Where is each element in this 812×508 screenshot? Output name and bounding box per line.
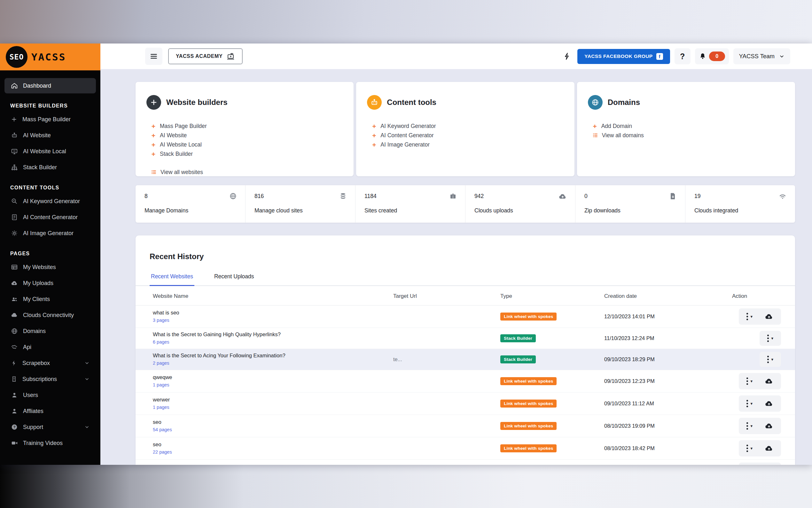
notifications-button[interactable]: 0	[695, 48, 729, 64]
upload-to-cloud-button[interactable]	[763, 312, 775, 321]
stat-manage-domains[interactable]: 8 Manage Domains	[136, 185, 245, 223]
stat-zip-downloads[interactable]: 0 Zip downloads	[575, 185, 685, 223]
sidebar-item-ai-website[interactable]: AI Website	[4, 127, 96, 143]
sidebar-item-support[interactable]: ? Support	[4, 419, 96, 435]
link-ai-website-local[interactable]: +AI Website Local	[151, 140, 343, 150]
plus-icon: +	[592, 123, 598, 130]
yacss-facebook-group-button[interactable]: YACSS FACEBOOK GROUP f	[577, 49, 670, 64]
row-menu-button[interactable]: ▾	[745, 312, 755, 321]
wifi-icon	[778, 192, 787, 201]
sidebar-item-dashboard[interactable]: Dashboard	[4, 78, 96, 93]
link-ai-keyword-generator[interactable]: +AI Keyword Generator	[372, 122, 563, 131]
sidebar-item-ai-content-generator[interactable]: AI Content Generator	[4, 209, 96, 225]
laptop-play-icon	[226, 52, 235, 61]
upload-to-cloud-button[interactable]	[763, 421, 775, 431]
view-all-domains-link[interactable]: View all domains	[592, 131, 784, 140]
card-links: +Mass Page Builder +AI Website +AI Websi…	[151, 122, 343, 159]
sidebar-item-training-videos[interactable]: Training Videos	[4, 435, 96, 451]
col-target-url: Target Url	[393, 293, 500, 305]
link-mass-page-builder[interactable]: +Mass Page Builder	[151, 122, 343, 131]
col-action: Action	[732, 293, 795, 305]
creation-date: 08/10/2023 19:09 PM	[604, 423, 655, 429]
sidebar-item-affliates[interactable]: Affliates	[4, 403, 96, 419]
sidebar-item-mass-page-builder[interactable]: Mass Page Builder	[4, 111, 96, 127]
sidebar-item-domains[interactable]: Domains	[4, 323, 96, 339]
pages-link[interactable]: 6 pages	[153, 339, 170, 344]
backdrop-bottom	[0, 465, 812, 508]
row-menu-button[interactable]: ▾	[745, 444, 755, 452]
sidebar-item-users[interactable]: Users	[4, 387, 96, 403]
cloud-upload-icon	[559, 192, 567, 201]
chevron-down-icon	[84, 377, 90, 382]
row-menu-button[interactable]: ▾	[745, 399, 755, 408]
caret-down-icon: ▾	[771, 357, 773, 362]
pages-link[interactable]: 2 pages	[153, 361, 170, 366]
domains-card: Domains +Add Domain View all domains	[577, 82, 795, 176]
sidebar-item-label: My Websites	[23, 264, 56, 271]
stat-value: 19	[695, 193, 786, 200]
pages-link[interactable]: 1 pages	[153, 382, 170, 387]
col-creation-date: Creation date	[604, 293, 732, 305]
row-menu-button[interactable]: ▾	[745, 422, 755, 430]
link-ai-website[interactable]: +AI Website	[151, 131, 343, 140]
sidebar-item-ai-image-generator[interactable]: AI Image Generator	[4, 225, 96, 241]
lightning-bolt-icon	[563, 52, 571, 60]
yacss-academy-button[interactable]: YACSS ACADEMY	[168, 48, 243, 64]
kebab-icon	[747, 422, 748, 430]
pages-link[interactable]: 1 pages	[153, 405, 170, 410]
recent-history-card: Recent History Recent Websites Recent Up…	[136, 236, 795, 465]
stat-sites-created[interactable]: 1184 Sites created	[355, 185, 466, 223]
stat-manage-cloud-sites[interactable]: 816 Manage cloud sites	[245, 185, 355, 223]
sidebar-section-content-tools: CONTENT TOOLS	[10, 185, 90, 190]
help-button[interactable]: ?	[674, 48, 690, 64]
upload-to-cloud-button[interactable]	[763, 399, 775, 408]
tab-recent-websites[interactable]: Recent Websites	[150, 271, 194, 286]
upload-to-cloud-button[interactable]	[763, 444, 775, 453]
sidebar-item-subscriptions[interactable]: Subscriptions	[4, 371, 96, 387]
link-label: AI Content Generator	[380, 132, 433, 139]
pages-link[interactable]: 54 pages	[153, 427, 172, 432]
link-ai-image-generator[interactable]: +AI Image Generator	[372, 140, 563, 150]
sidebar-item-label: Clouds Connectivity	[23, 312, 74, 319]
pages-link[interactable]: 3 pages	[153, 318, 170, 323]
sidebar-item-clouds-connectivity[interactable]: Clouds Connectivity	[4, 307, 96, 323]
stat-clouds-uploads[interactable]: 942 Clouds uploads	[466, 185, 575, 223]
sidebar-item-scrapebox[interactable]: Scrapebox	[4, 355, 96, 371]
link-label: Add Domain	[601, 123, 632, 130]
card-links: +Add Domain View all domains	[592, 122, 784, 140]
svg-text:?: ?	[13, 425, 16, 429]
col-type: Type	[500, 293, 604, 305]
upload-to-cloud-button[interactable]	[763, 377, 775, 386]
table-row: seo22 pages Link wheel with spokes 08/10…	[136, 437, 795, 459]
chevron-down-icon	[84, 361, 90, 366]
users-icon	[11, 296, 18, 303]
sidebar-item-ai-website-local[interactable]: AI Website Local	[4, 143, 96, 159]
notification-count-badge: 0	[709, 51, 725, 61]
stat-clouds-integrated[interactable]: 19 Clouds integrated	[685, 185, 795, 223]
pages-link[interactable]: 22 pages	[153, 450, 172, 455]
row-menu-button[interactable]: ▾	[765, 355, 775, 364]
sidebar-item-ai-keyword-generator[interactable]: AI Keyword Generator	[4, 193, 96, 209]
sidebar-item-api[interactable]: Api	[4, 339, 96, 355]
caret-down-icon: ▾	[750, 446, 753, 451]
add-domain-link[interactable]: +Add Domain	[592, 122, 784, 131]
creation-date: 08/10/2023 18:42 PM	[604, 445, 655, 451]
view-all-websites-link[interactable]: View all websites	[151, 168, 343, 177]
sidebar-item-label: AI Website Local	[23, 148, 66, 155]
link-stack-builder[interactable]: +Stack Builder	[151, 150, 343, 159]
sidebar-item-my-uploads[interactable]: My Uploads	[4, 275, 96, 291]
tab-recent-uploads[interactable]: Recent Uploads	[213, 271, 255, 285]
sidebar-item-my-websites[interactable]: My Websites	[4, 259, 96, 275]
kebab-icon	[747, 444, 748, 452]
image-gear-icon	[11, 230, 18, 237]
sidebar-item-stack-builder[interactable]: Stack Builder	[4, 159, 96, 175]
sidebar: SEO YACSS Dashboard WEBSITE BUILDERS Mas…	[0, 43, 100, 465]
link-ai-content-generator[interactable]: +AI Content Generator	[372, 131, 563, 140]
row-menu-button[interactable]: ▾	[745, 377, 755, 385]
hamburger-menu-button[interactable]	[145, 48, 162, 65]
row-menu-button[interactable]: ▾	[765, 334, 775, 342]
sidebar-item-my-clients[interactable]: My Clients	[4, 291, 96, 307]
account-menu-button[interactable]: YACSS Team	[733, 48, 790, 64]
quick-actions-bolt-button[interactable]	[561, 52, 573, 60]
zip-download-icon	[669, 192, 677, 200]
